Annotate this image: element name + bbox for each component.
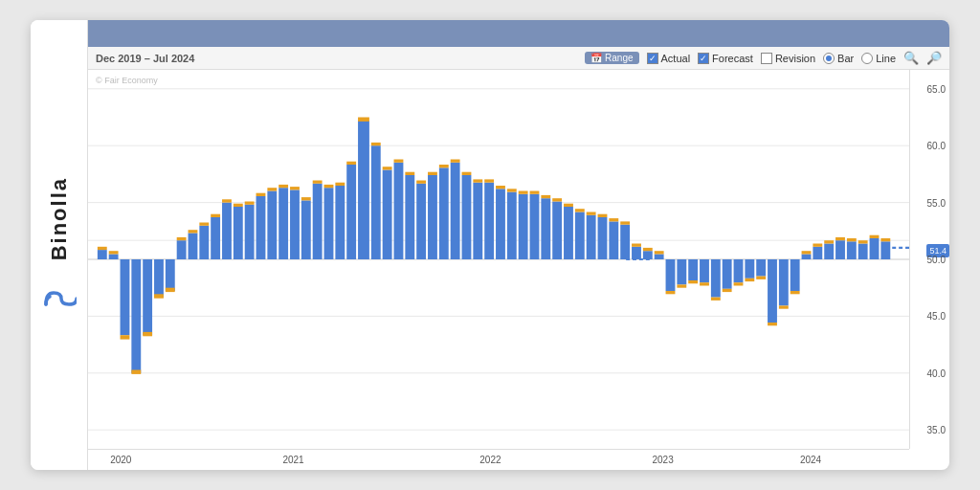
svg-rect-32: [234, 207, 243, 259]
svg-rect-8: [98, 250, 107, 259]
svg-rect-142: [858, 244, 868, 260]
svg-rect-126: [768, 259, 777, 323]
svg-rect-125: [756, 277, 766, 279]
svg-rect-128: [779, 259, 789, 305]
svg-rect-17: [143, 332, 152, 336]
chart-svg: [88, 70, 909, 449]
y-label-55: 55.0: [927, 197, 946, 208]
x-label-2021: 2021: [282, 455, 303, 465]
svg-rect-63: [405, 172, 414, 175]
svg-rect-41: [278, 185, 288, 188]
svg-rect-112: [688, 259, 698, 280]
svg-rect-119: [723, 289, 732, 292]
search-button[interactable]: 🔍: [903, 51, 919, 65]
forecast-label: Forecast: [712, 53, 753, 64]
svg-rect-20: [166, 259, 175, 291]
svg-rect-75: [473, 179, 482, 182]
range-label: Range: [605, 53, 633, 63]
svg-rect-58: [383, 170, 392, 260]
svg-rect-25: [189, 230, 198, 233]
svg-rect-44: [301, 200, 311, 259]
actual-label: Actual: [661, 53, 691, 64]
svg-rect-42: [290, 189, 300, 259]
svg-rect-43: [290, 187, 300, 189]
svg-rect-137: [824, 240, 834, 243]
svg-rect-140: [847, 241, 857, 259]
svg-rect-88: [552, 202, 562, 260]
svg-rect-113: [688, 280, 698, 283]
svg-rect-139: [835, 237, 845, 240]
svg-rect-51: [335, 183, 345, 186]
svg-rect-133: [802, 251, 812, 254]
svg-rect-109: [666, 291, 676, 294]
svg-rect-129: [779, 305, 789, 308]
svg-rect-62: [405, 175, 414, 259]
forecast-toggle[interactable]: ✓ Forecast: [698, 53, 753, 64]
svg-rect-38: [267, 191, 277, 260]
svg-rect-117: [711, 298, 721, 301]
actual-toggle[interactable]: ✓ Actual: [647, 53, 691, 64]
forecast-checkbox: ✓: [698, 53, 709, 64]
chart-area: © Fair Economy: [88, 70, 949, 449]
main-area: Dec 2019 – Jul 2024 📅 Range ✓ Actual ✓ F…: [88, 20, 949, 470]
svg-rect-141: [847, 238, 857, 241]
top-bar: [88, 20, 949, 47]
svg-rect-52: [346, 165, 356, 259]
x-label-2023: 2023: [652, 455, 673, 465]
line-radio-btn: [861, 53, 873, 64]
svg-rect-72: [462, 175, 472, 259]
svg-rect-86: [541, 198, 550, 259]
svg-rect-12: [121, 259, 130, 335]
svg-rect-97: [598, 214, 608, 217]
svg-rect-127: [768, 323, 777, 325]
svg-rect-15: [131, 370, 141, 374]
range-button[interactable]: 📅 Range: [585, 52, 638, 64]
svg-rect-120: [734, 259, 744, 282]
svg-rect-103: [632, 244, 641, 247]
svg-rect-132: [802, 255, 812, 260]
svg-rect-19: [154, 294, 164, 298]
svg-rect-107: [655, 251, 664, 254]
svg-rect-111: [677, 284, 686, 287]
svg-rect-66: [428, 175, 437, 259]
svg-rect-13: [121, 335, 130, 339]
svg-rect-10: [109, 255, 119, 260]
svg-rect-82: [519, 194, 528, 259]
svg-rect-50: [335, 186, 345, 259]
bar-radio[interactable]: Bar: [823, 53, 854, 64]
x-label-2024: 2024: [800, 455, 821, 465]
zoom-button[interactable]: 🔎: [926, 51, 942, 65]
svg-rect-47: [313, 181, 323, 184]
svg-rect-16: [143, 259, 152, 335]
svg-rect-71: [451, 160, 460, 163]
svg-rect-108: [666, 259, 676, 291]
line-label: Line: [876, 53, 896, 64]
svg-rect-105: [643, 248, 653, 251]
svg-rect-79: [496, 186, 505, 189]
line-radio[interactable]: Line: [861, 53, 896, 64]
svg-rect-65: [416, 181, 426, 184]
svg-rect-91: [564, 204, 573, 207]
svg-rect-99: [609, 218, 618, 221]
svg-rect-100: [620, 225, 630, 259]
svg-rect-146: [880, 241, 890, 259]
y-label-60: 60.0: [927, 141, 946, 151]
svg-rect-110: [677, 259, 686, 284]
svg-rect-39: [267, 188, 277, 190]
svg-rect-9: [98, 247, 107, 250]
svg-rect-92: [575, 212, 585, 260]
svg-rect-85: [530, 191, 540, 194]
svg-rect-54: [358, 121, 369, 259]
y-label-40: 40.0: [927, 368, 946, 378]
svg-rect-14: [131, 259, 141, 373]
svg-rect-118: [723, 259, 732, 289]
watermark: © Fair Economy: [96, 76, 158, 85]
svg-rect-80: [507, 192, 517, 259]
revision-toggle[interactable]: Revision: [761, 53, 815, 64]
svg-rect-29: [211, 214, 220, 217]
svg-rect-64: [416, 184, 426, 259]
svg-rect-77: [484, 179, 494, 182]
svg-rect-96: [598, 217, 608, 259]
bar-label: Bar: [837, 53, 854, 64]
svg-rect-131: [791, 291, 800, 294]
